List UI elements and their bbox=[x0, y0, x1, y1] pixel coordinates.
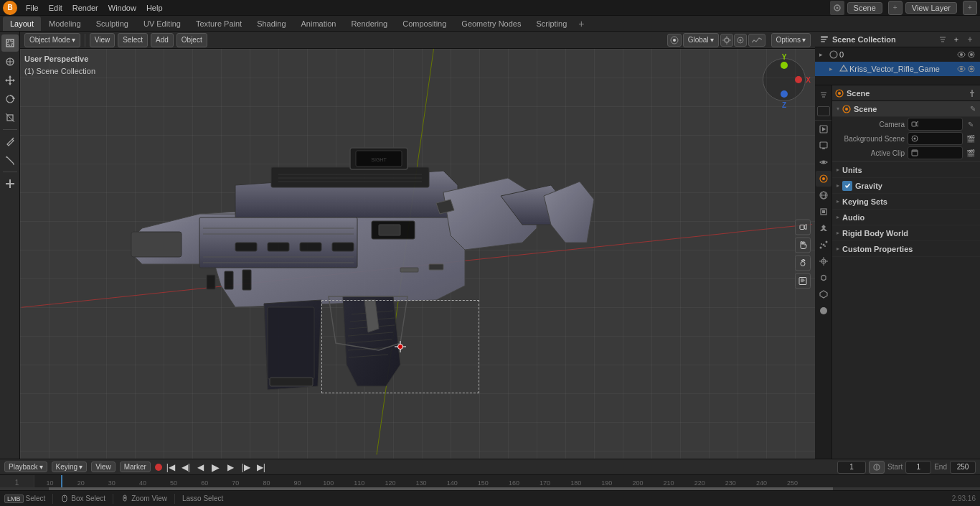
object-btn[interactable]: Object bbox=[176, 33, 207, 47]
gravity-section[interactable]: ▸ Gravity bbox=[832, 178, 980, 194]
props-icon-scene[interactable] bbox=[816, 171, 831, 187]
tree-render-icon[interactable] bbox=[967, 50, 976, 59]
units-section[interactable]: ▸ Units bbox=[832, 162, 980, 178]
props-icon-world[interactable] bbox=[816, 187, 831, 203]
menu-edit[interactable]: Edit bbox=[44, 2, 67, 14]
tab-scripting[interactable]: Scripting bbox=[529, 17, 574, 31]
rigid-body-section[interactable]: ▸ Rigid Body World bbox=[832, 225, 980, 241]
audio-section[interactable]: ▸ Audio bbox=[832, 210, 980, 225]
tool-select[interactable] bbox=[1, 34, 19, 52]
tool-annotate[interactable] bbox=[1, 133, 19, 150]
prev-keyframe-btn[interactable]: ◀| bbox=[179, 461, 192, 474]
add-workspace-tab[interactable]: + bbox=[575, 17, 588, 30]
tab-shading[interactable]: Shading bbox=[250, 17, 293, 31]
outliner-add-btn[interactable]: + bbox=[964, 34, 976, 45]
next-keyframe-btn[interactable]: |▶ bbox=[240, 461, 253, 474]
next-frame-btn[interactable]: ▶ bbox=[225, 461, 237, 474]
playback-btn[interactable]: Playback ▾ bbox=[4, 462, 47, 472]
viewport-camera-btn[interactable] bbox=[795, 219, 811, 235]
props-search-input[interactable] bbox=[817, 106, 830, 116]
tab-texture-paint[interactable]: Texture Paint bbox=[189, 17, 249, 31]
viewport-camera2-btn[interactable] bbox=[795, 255, 811, 271]
background-scene-value[interactable] bbox=[908, 132, 963, 145]
snap-btn[interactable] bbox=[720, 34, 733, 47]
tab-uv-editing[interactable]: UV Editing bbox=[136, 17, 188, 31]
tab-compositing[interactable]: Compositing bbox=[395, 17, 453, 31]
graph-btn[interactable] bbox=[748, 34, 765, 47]
transform-pivot-btn[interactable] bbox=[667, 34, 682, 47]
props-icon-constraints[interactable] bbox=[816, 270, 831, 286]
record-btn[interactable] bbox=[155, 464, 162, 471]
proportional-btn[interactable] bbox=[734, 34, 747, 47]
keying-btn[interactable]: Keying ▾ bbox=[52, 462, 88, 472]
scene-subsection-header[interactable]: ▾ Scene ✎ bbox=[832, 101, 980, 117]
scene-name[interactable]: Scene bbox=[847, 2, 882, 14]
tool-scale[interactable] bbox=[1, 109, 19, 126]
gizmo-circle[interactable]: Y X Z bbox=[763, 58, 806, 101]
end-frame-input[interactable] bbox=[950, 461, 976, 474]
props-icon-view[interactable] bbox=[816, 154, 831, 170]
props-icon-material[interactable] bbox=[816, 303, 831, 319]
tool-move[interactable] bbox=[1, 72, 19, 89]
tab-sculpting[interactable]: Sculpting bbox=[89, 17, 136, 31]
menu-help[interactable]: Help bbox=[142, 2, 167, 14]
tree-kriss-render-icon[interactable] bbox=[967, 65, 976, 73]
frame-options-btn[interactable] bbox=[869, 461, 885, 474]
tree-item-kriss[interactable]: ▸ Kriss_Vector_Rifle_Game bbox=[815, 62, 980, 76]
tab-geometry-nodes[interactable]: Geometry Nodes bbox=[454, 17, 528, 31]
current-frame-input[interactable] bbox=[837, 461, 866, 474]
scene-icon-btn[interactable] bbox=[830, 1, 844, 15]
tool-rotate[interactable] bbox=[1, 90, 19, 108]
viewport[interactable]: User Perspective (1) Scene Collection bbox=[20, 49, 815, 459]
tool-measure[interactable] bbox=[1, 151, 19, 169]
props-filter-icon[interactable] bbox=[816, 87, 830, 103]
timeline-scrubber[interactable]: 1 10 20 30 40 50 60 70 80 90 100 110 120… bbox=[0, 474, 980, 490]
timeline-scrollbar-thumb[interactable] bbox=[49, 487, 833, 490]
props-icon-particles[interactable] bbox=[816, 237, 831, 253]
tab-modeling[interactable]: Modeling bbox=[42, 17, 88, 31]
tree-kriss-eye-icon[interactable] bbox=[957, 65, 966, 73]
tab-rendering[interactable]: Rendering bbox=[344, 17, 395, 31]
jump-start-btn[interactable]: |◀ bbox=[164, 461, 177, 474]
new-view-layer-btn[interactable]: + bbox=[963, 1, 977, 15]
gravity-checkbox[interactable] bbox=[842, 181, 852, 191]
active-clip-value[interactable] bbox=[908, 146, 963, 159]
scene-panel-pin[interactable] bbox=[967, 88, 977, 98]
tab-animation[interactable]: Animation bbox=[294, 17, 344, 31]
bg-scene-movie-btn[interactable]: 🎬 bbox=[966, 133, 976, 144]
props-icon-data[interactable] bbox=[816, 286, 831, 302]
options-btn[interactable]: Options ▾ bbox=[771, 33, 811, 47]
custom-props-section[interactable]: ▸ Custom Properties bbox=[832, 241, 980, 257]
timeline-scrollbar[interactable] bbox=[0, 487, 980, 490]
view-btn[interactable]: View bbox=[90, 33, 116, 47]
view-layer-name[interactable]: View Layer bbox=[905, 2, 957, 14]
tool-add[interactable] bbox=[1, 175, 19, 192]
camera-edit-btn[interactable]: ✎ bbox=[966, 119, 976, 129]
active-clip-movie-btn[interactable]: 🎬 bbox=[966, 148, 976, 158]
keying-sets-section[interactable]: ▸ Keying Sets bbox=[832, 194, 980, 210]
play-btn[interactable]: ▶ bbox=[209, 461, 222, 474]
jump-end-btn[interactable]: ▶| bbox=[255, 461, 268, 474]
timeline-view-btn[interactable]: View bbox=[91, 462, 116, 472]
camera-value[interactable] bbox=[908, 118, 963, 131]
tab-layout[interactable]: Layout bbox=[3, 17, 41, 31]
outliner-new-btn[interactable]: + bbox=[951, 34, 962, 45]
object-mode-btn[interactable]: Object Mode ▾ bbox=[24, 33, 80, 47]
tree-item-scene[interactable]: ▸ 0 bbox=[815, 47, 980, 62]
new-scene-btn[interactable]: + bbox=[888, 1, 903, 15]
menu-file[interactable]: File bbox=[22, 2, 43, 14]
props-icon-object[interactable] bbox=[816, 204, 831, 220]
menu-render[interactable]: Render bbox=[68, 2, 103, 14]
transform-space-btn[interactable]: Global ▾ bbox=[683, 33, 719, 47]
props-icon-modifier[interactable] bbox=[816, 220, 831, 236]
select-btn[interactable]: Select bbox=[118, 33, 148, 47]
marker-btn[interactable]: Marker bbox=[120, 462, 151, 472]
tool-cursor[interactable] bbox=[1, 53, 19, 70]
viewport-hand-btn[interactable] bbox=[795, 237, 811, 253]
props-icon-render[interactable] bbox=[816, 121, 831, 137]
start-frame-input[interactable] bbox=[905, 461, 931, 474]
menu-window[interactable]: Window bbox=[104, 2, 141, 14]
tree-eye-icon[interactable] bbox=[957, 50, 966, 59]
prev-frame-btn[interactable]: ◀ bbox=[194, 461, 207, 474]
scene-sub-edit[interactable]: ✎ bbox=[970, 105, 976, 113]
